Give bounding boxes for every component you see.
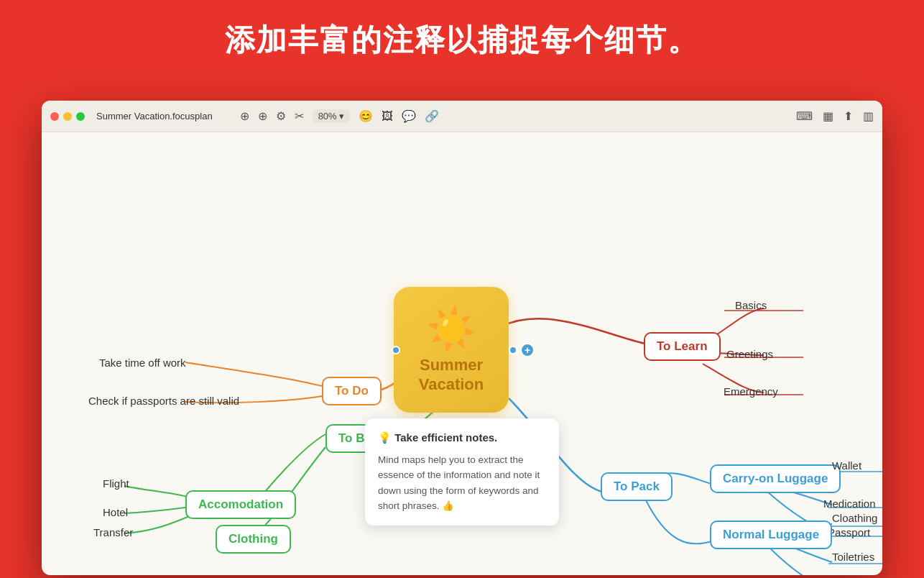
topack-node[interactable]: To Pack xyxy=(601,472,673,501)
leaf-basics: Basics xyxy=(735,299,767,311)
leaf-flight: Flight xyxy=(103,477,129,490)
normal-node[interactable]: Normal Luggage xyxy=(710,520,832,549)
todo-node[interactable]: To Do xyxy=(322,377,382,405)
image-icon[interactable]: 🖼 xyxy=(382,110,393,123)
leaf-hotel: Hotel xyxy=(103,506,128,518)
dot-green[interactable] xyxy=(76,112,85,121)
keyboard-icon[interactable]: ⌨ xyxy=(796,109,813,123)
comment-icon[interactable]: 💬 xyxy=(402,109,416,123)
leaf-toiletries: Toiletries xyxy=(832,551,874,563)
leaf-emergency: Emergency xyxy=(724,385,778,398)
central-label: Summer Vacation xyxy=(394,356,509,394)
central-node[interactable]: ☀️ Summer Vacation xyxy=(394,287,509,413)
mac-window: Summer Vacation.focusplan ⊕ ⊕ ⚙ ✂ 80% ▾ … xyxy=(42,101,882,575)
leaf-clothing2: Cloathing xyxy=(832,512,877,524)
leaf-timetoff: Take time off work xyxy=(99,357,186,369)
zoom-control[interactable]: 80% ▾ xyxy=(313,109,351,123)
dot-red[interactable] xyxy=(50,112,59,121)
canvas: ☀️ Summer Vacation + To Do Take time off… xyxy=(42,132,882,575)
settings-icon[interactable]: ⚙ xyxy=(276,109,286,123)
title-bar: Summer Vacation.focusplan ⊕ ⊕ ⚙ ✂ 80% ▾ … xyxy=(42,101,882,132)
share-icon[interactable]: ⬆ xyxy=(844,109,853,123)
leaf-greetings: Greetings xyxy=(726,348,773,360)
filename: Summer Vacation.focusplan xyxy=(96,111,213,121)
connect-icon[interactable]: ⊕ xyxy=(258,109,267,123)
left-connector-dot xyxy=(392,346,400,354)
grid-icon[interactable]: ▦ xyxy=(823,109,833,123)
leaf-passport: Passport xyxy=(828,526,870,538)
sidebar-icon[interactable]: ▥ xyxy=(863,109,874,123)
cut-icon[interactable]: ✂ xyxy=(295,109,304,123)
link-icon[interactable]: 🔗 xyxy=(425,109,439,123)
accommodation-node[interactable]: Accomodation xyxy=(185,490,296,519)
sun-icon: ☀️ xyxy=(426,306,476,353)
plus-connector[interactable]: + xyxy=(520,343,535,357)
tooltip-title: 💡 Take efficient notes. xyxy=(378,430,546,446)
leaf-wallet: Wallet xyxy=(832,459,861,472)
tooltip-body: Mind maps help you to extract the essenc… xyxy=(378,452,546,514)
carryon-node[interactable]: Carry-on Luggage xyxy=(710,464,841,493)
dot-yellow[interactable] xyxy=(63,112,72,121)
right-connector-dot xyxy=(509,346,517,354)
tooltip-box: 💡 Take efficient notes. Mind maps help y… xyxy=(365,418,559,526)
add-icon[interactable]: ⊕ xyxy=(240,109,249,123)
emoji-icon[interactable]: 😊 xyxy=(359,109,373,123)
leaf-medication: Medication xyxy=(823,497,876,510)
leaf-passports: Check if passports are still valid xyxy=(88,395,239,407)
header-title: 添加丰富的注释以捕捉每个细节。 xyxy=(0,0,924,75)
clothing-node[interactable]: Clothing xyxy=(216,525,291,554)
leaf-transfer: Transfer xyxy=(93,526,133,538)
tolearn-node[interactable]: To Learn xyxy=(644,332,721,361)
